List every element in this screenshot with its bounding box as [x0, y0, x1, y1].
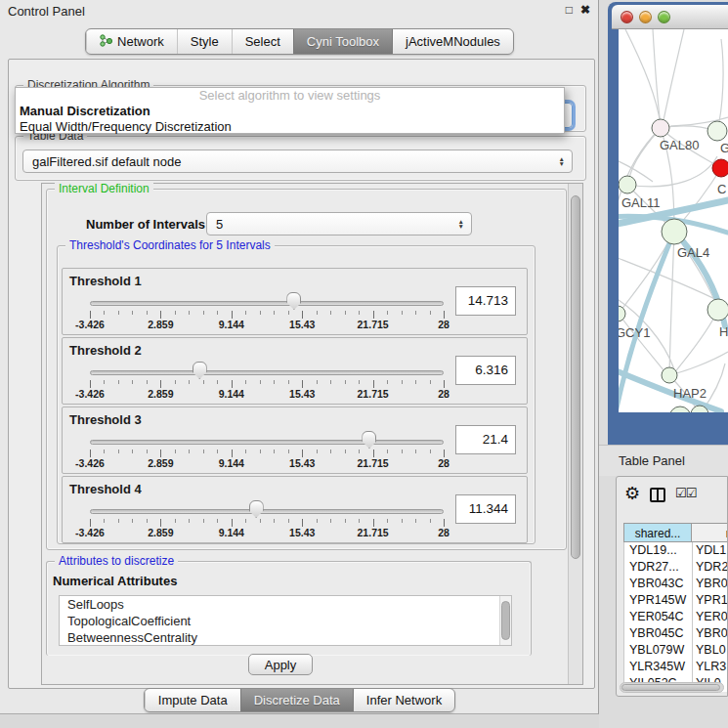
- threshold-value-field[interactable]: 6.316: [455, 356, 516, 385]
- tab[interactable]: Impute Data: [145, 689, 240, 711]
- shared-name-cell[interactable]: YBR043C: [623, 576, 692, 592]
- threshold-slider[interactable]: [90, 440, 444, 445]
- table-horizontal-scrollbar[interactable]: [620, 682, 724, 693]
- dropdown-option[interactable]: Manual Discretization: [16, 104, 564, 119]
- node-label: HAP2: [673, 386, 707, 401]
- network-node[interactable]: [619, 176, 636, 193]
- scrollbar-thumb[interactable]: [571, 195, 580, 559]
- table-column-header[interactable]: na: [692, 523, 728, 542]
- tab-label: Cyni Toolbox: [307, 34, 379, 49]
- table-row[interactable]: YPR145W YPR1: [623, 592, 728, 609]
- dropdown-option[interactable]: Equal Width/Frequency Discretization: [16, 119, 564, 135]
- table-panel-toolbar: ⚙ ☑☑: [617, 477, 727, 520]
- table-data-value: galFiltered.sif default node: [32, 154, 181, 169]
- network-canvas[interactable]: GAL80GACGAL11GAL4HGCY1HAP2: [619, 29, 728, 412]
- name-cell[interactable]: YDL1: [692, 542, 728, 559]
- minimize-traffic-light-icon[interactable]: [639, 11, 652, 23]
- table-row[interactable]: YBL079W YBL0: [623, 642, 728, 659]
- scrollbar-thumb[interactable]: [621, 684, 720, 691]
- attribute-list-item[interactable]: SelfLoops: [60, 596, 511, 613]
- name-cell[interactable]: YBL0: [692, 642, 728, 659]
- number-of-intervals-value: 5: [216, 217, 223, 232]
- tab-label: jActiveMNodules: [406, 34, 500, 49]
- network-node[interactable]: [662, 219, 687, 244]
- cyni-toolbox-panel: Discretization Algorithm ▲▼ Select algor…: [8, 59, 595, 689]
- network-node[interactable]: [619, 306, 625, 321]
- group-title: Attributes to discretize: [55, 554, 178, 568]
- network-node[interactable]: [712, 159, 728, 177]
- slider-thumb[interactable]: [193, 362, 207, 379]
- name-cell[interactable]: YER0: [692, 609, 728, 625]
- name-cell[interactable]: YBR0: [692, 625, 728, 642]
- float-window-icon[interactable]: □: [566, 3, 573, 17]
- node-label: GA: [720, 141, 728, 155]
- shared-name-cell[interactable]: YDL19...: [623, 542, 692, 559]
- apply-button[interactable]: Apply: [248, 654, 313, 675]
- table-row[interactable]: YDL19... YDL1: [623, 542, 728, 559]
- tab[interactable]: Discretize Data: [240, 689, 353, 711]
- settings-pane-scrollbar[interactable]: [568, 184, 582, 684]
- tab-label: Impute Data: [158, 693, 228, 707]
- threshold-slider[interactable]: [90, 509, 444, 514]
- network-node[interactable]: [707, 299, 728, 321]
- control-panel-titlebar: Control Panel □ ✖: [0, 0, 598, 23]
- threshold-slider[interactable]: [90, 370, 444, 375]
- shared-name-cell[interactable]: YPR145W: [623, 592, 692, 609]
- slider-thumb[interactable]: [362, 431, 376, 449]
- shared-name-cell[interactable]: YLR345W: [623, 659, 692, 675]
- columns-icon[interactable]: [650, 488, 665, 502]
- slider-thumb[interactable]: [286, 292, 301, 310]
- threshold-value-field[interactable]: 21.4: [455, 425, 516, 454]
- network-node[interactable]: [662, 367, 677, 383]
- tab[interactable]: Cyni Toolbox: [293, 29, 392, 54]
- slider-scale-labels: -3.4262.8599.14415.4321.71528: [90, 388, 444, 401]
- table-row[interactable]: YBR043C YBR0: [623, 576, 728, 592]
- stepper-arrows-icon: ▲▼: [559, 156, 565, 166]
- table-row[interactable]: YLR345W YLR3: [623, 659, 728, 675]
- table-row[interactable]: YDR27... YDR2: [623, 559, 728, 576]
- table-data-combo[interactable]: galFiltered.sif default node ▲▼: [22, 150, 573, 173]
- name-cell[interactable]: YBR0: [692, 576, 728, 592]
- name-cell[interactable]: YPR1: [692, 592, 728, 609]
- tab[interactable]: Network: [86, 29, 177, 54]
- table-column-header[interactable]: shared...: [623, 523, 692, 542]
- shared-name-cell[interactable]: YBL079W: [623, 642, 692, 659]
- attributes-group: Attributes to discretize Numerical Attri…: [46, 561, 532, 656]
- network-node[interactable]: [707, 121, 727, 141]
- table-row[interactable]: YBR045C YBR0: [623, 625, 728, 642]
- attributes-list-scrollbar[interactable]: [499, 596, 511, 645]
- window-title: Control Panel: [8, 4, 85, 19]
- gear-icon[interactable]: ⚙: [624, 483, 640, 504]
- tab[interactable]: Select: [232, 29, 293, 54]
- zoom-traffic-light-icon[interactable]: [658, 11, 670, 23]
- checkbox-icons[interactable]: ☑☑: [675, 486, 696, 500]
- name-cell[interactable]: YDR2: [692, 559, 728, 576]
- threshold-rows: Threshold 1 -3.4262.8599.14415.4321.7152…: [58, 268, 528, 545]
- threshold-row: Threshold 4 -3.4262.8599.14415.4321.7152…: [62, 476, 528, 543]
- shared-name-cell[interactable]: YDR27...: [623, 559, 692, 576]
- threshold-label: Threshold 1: [69, 274, 142, 288]
- tab[interactable]: jActiveMNodules: [392, 29, 513, 54]
- close-traffic-light-icon[interactable]: [621, 11, 633, 23]
- threshold-row: Threshold 2 -3.4262.8599.14415.4321.7152…: [62, 337, 528, 405]
- threshold-row: Threshold 1 -3.4262.8599.14415.4321.7152…: [62, 268, 528, 335]
- threshold-value-field[interactable]: 14.713: [455, 286, 516, 316]
- shared-name-cell[interactable]: YER054C: [623, 609, 692, 625]
- attribute-list-item[interactable]: BetweennessCentrality: [60, 629, 511, 646]
- threshold-slider[interactable]: [90, 301, 444, 306]
- name-cell[interactable]: YLR3: [692, 659, 728, 675]
- scrollbar-thumb[interactable]: [501, 601, 510, 640]
- close-window-icon[interactable]: ✖: [580, 3, 590, 17]
- tab[interactable]: Style: [177, 29, 232, 54]
- network-node[interactable]: [652, 119, 669, 137]
- table-row[interactable]: YER054C YER0: [623, 609, 728, 625]
- slider-scale-labels: -3.4262.8599.14415.4321.71528: [90, 319, 444, 331]
- number-of-intervals-combo[interactable]: 5 ▲▼: [206, 212, 472, 236]
- slider-thumb[interactable]: [249, 500, 264, 518]
- shared-name-cell[interactable]: YBR045C: [623, 625, 692, 642]
- attribute-list-item[interactable]: TopologicalCoefficient: [60, 613, 511, 629]
- network-node[interactable]: [669, 407, 691, 412]
- threshold-value-field[interactable]: 11.344: [455, 494, 516, 524]
- tab[interactable]: Infer Network: [353, 689, 454, 711]
- table-panel-window: ⚙ ☑☑ shared...na YDL19... YDL1 YDR27... …: [616, 476, 728, 697]
